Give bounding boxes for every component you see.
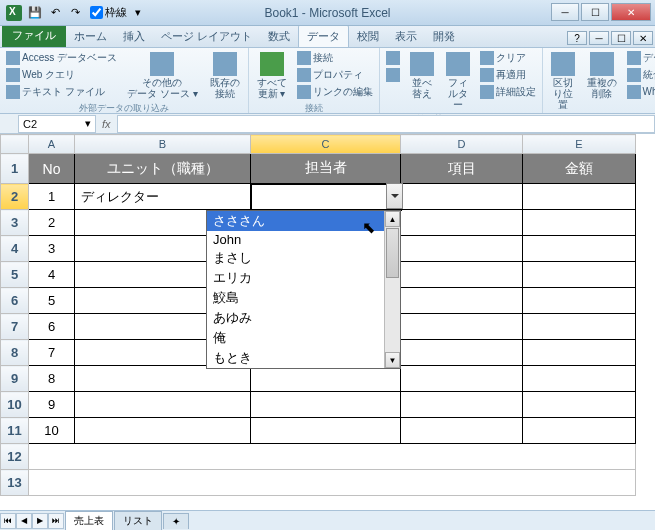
dropdown-scrollbar[interactable]: ▲ ▼ (384, 211, 400, 368)
row-header-5[interactable]: 5 (1, 262, 29, 288)
btn-data-validation[interactable]: データの入力規則 ▾ (625, 50, 655, 66)
cell-D10[interactable] (401, 392, 523, 418)
tab-home[interactable]: ホーム (66, 26, 115, 47)
cell-B10[interactable] (75, 392, 251, 418)
row-header-10[interactable]: 10 (1, 392, 29, 418)
btn-existing-conn[interactable]: 既存の 接続 (206, 50, 244, 101)
tab-insert[interactable]: 挿入 (115, 26, 153, 47)
cell-A2[interactable]: 1 (29, 184, 75, 210)
help-button[interactable]: ? (567, 31, 587, 45)
row-header-6[interactable]: 6 (1, 288, 29, 314)
tab-view[interactable]: 表示 (387, 26, 425, 47)
row-header-12[interactable]: 12 (1, 444, 29, 470)
cell-E7[interactable] (523, 314, 636, 340)
btn-from-text[interactable]: テキスト ファイル (4, 84, 119, 100)
sheet-nav-next[interactable]: ▶ (32, 513, 48, 529)
cell-C2[interactable] (251, 184, 401, 210)
cell-E8[interactable] (523, 340, 636, 366)
col-header-E[interactable]: E (523, 135, 636, 154)
formula-input[interactable] (117, 115, 655, 133)
cell-A9[interactable]: 8 (29, 366, 75, 392)
btn-from-access[interactable]: Access データベース (4, 50, 119, 66)
btn-advanced[interactable]: 詳細設定 (478, 84, 538, 100)
sheet-tab-new[interactable]: ✦ (163, 513, 189, 529)
btn-connections[interactable]: 接続 (295, 50, 375, 66)
cell-C11[interactable] (251, 418, 401, 444)
btn-text-to-columns[interactable]: 区切り位置 (547, 50, 579, 112)
cell-E4[interactable] (523, 236, 636, 262)
tab-formula[interactable]: 数式 (260, 26, 298, 47)
btn-refresh-all[interactable]: すべて 更新 ▾ (253, 50, 291, 101)
row-header-13[interactable]: 13 (1, 470, 29, 496)
btn-from-web[interactable]: Web クエリ (4, 67, 119, 83)
cell-D3[interactable] (401, 210, 523, 236)
header-no[interactable]: No (29, 154, 75, 184)
save-button[interactable]: 💾 (26, 4, 44, 22)
cell-A5[interactable]: 4 (29, 262, 75, 288)
scroll-thumb[interactable] (386, 228, 399, 278)
cell-D11[interactable] (401, 418, 523, 444)
gridlines-toggle[interactable]: 枠線 (90, 5, 127, 20)
row-header-11[interactable]: 11 (1, 418, 29, 444)
cell-B2[interactable]: ディレクター (75, 184, 251, 210)
scroll-down-button[interactable]: ▼ (385, 352, 400, 368)
cell-D2[interactable] (401, 184, 523, 210)
cell-D7[interactable] (401, 314, 523, 340)
doc-minimize[interactable]: ─ (589, 31, 609, 45)
tab-file[interactable]: ファイル (2, 24, 66, 47)
cell-A11[interactable]: 10 (29, 418, 75, 444)
header-item[interactable]: 項目 (401, 154, 523, 184)
gridlines-checkbox[interactable] (90, 6, 103, 19)
btn-consolidate[interactable]: 統合 (625, 67, 655, 83)
btn-properties[interactable]: プロパティ (295, 67, 375, 83)
tab-data[interactable]: データ (298, 25, 349, 47)
dropdown-item-4[interactable]: 鮫島 (207, 288, 400, 308)
row-header-7[interactable]: 7 (1, 314, 29, 340)
doc-close[interactable]: ✕ (633, 31, 653, 45)
cell-A6[interactable]: 5 (29, 288, 75, 314)
cell-A3[interactable]: 2 (29, 210, 75, 236)
cell-E2[interactable] (523, 184, 636, 210)
col-header-B[interactable]: B (75, 135, 251, 154)
sheet-tab-1[interactable]: 売上表 (65, 511, 113, 530)
name-box[interactable]: C2▾ (18, 115, 96, 133)
undo-button[interactable]: ↶ (46, 4, 64, 22)
cell-C10[interactable] (251, 392, 401, 418)
close-button[interactable]: ✕ (611, 3, 651, 21)
btn-whatif[interactable]: What-If 分析 ▾ (625, 84, 655, 100)
btn-sort-asc[interactable] (384, 50, 402, 66)
dropdown-item-0[interactable]: さささん (207, 211, 400, 231)
cell-A10[interactable]: 9 (29, 392, 75, 418)
doc-restore[interactable]: ☐ (611, 31, 631, 45)
row-header-9[interactable]: 9 (1, 366, 29, 392)
cell-D9[interactable] (401, 366, 523, 392)
row-header-2[interactable]: 2 (1, 184, 29, 210)
col-header-C[interactable]: C (251, 135, 401, 154)
btn-edit-links[interactable]: リンクの編集 (295, 84, 375, 100)
fx-icon[interactable]: fx (102, 118, 111, 130)
sheet-nav-last[interactable]: ⏭ (48, 513, 64, 529)
row-header-4[interactable]: 4 (1, 236, 29, 262)
btn-reapply[interactable]: 再適用 (478, 67, 538, 83)
cell-B9[interactable] (75, 366, 251, 392)
header-unit[interactable]: ユニット（職種） (75, 154, 251, 184)
cell-C9[interactable] (251, 366, 401, 392)
btn-filter[interactable]: フィルター (442, 50, 474, 112)
cell-E3[interactable] (523, 210, 636, 236)
cell-D5[interactable] (401, 262, 523, 288)
btn-remove-duplicates[interactable]: 重複の 削除 (583, 50, 621, 101)
cell-B11[interactable] (75, 418, 251, 444)
tab-review[interactable]: 校閲 (349, 26, 387, 47)
cell-D4[interactable] (401, 236, 523, 262)
cell-E10[interactable] (523, 392, 636, 418)
cell-E6[interactable] (523, 288, 636, 314)
cell-empty[interactable] (29, 444, 636, 470)
col-header-D[interactable]: D (401, 135, 523, 154)
cell-E5[interactable] (523, 262, 636, 288)
dropdown-button[interactable] (386, 183, 403, 209)
sheet-nav-prev[interactable]: ◀ (16, 513, 32, 529)
qat-more[interactable]: ▾ (129, 4, 147, 22)
cell-D6[interactable] (401, 288, 523, 314)
dropdown-item-3[interactable]: エリカ (207, 268, 400, 288)
tab-dev[interactable]: 開発 (425, 26, 463, 47)
